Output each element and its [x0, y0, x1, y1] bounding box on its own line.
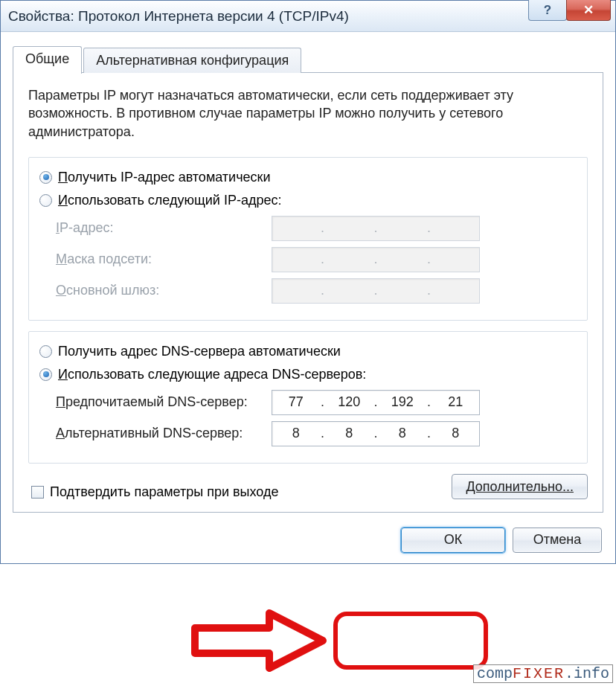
- intro-text: Параметры IP могут назначаться автоматич…: [28, 86, 588, 141]
- radio-ip-auto[interactable]: Получить IP-адрес автоматически: [39, 170, 577, 185]
- question-icon: ?: [544, 3, 551, 18]
- radio-icon: [39, 194, 52, 207]
- cancel-button[interactable]: Отмена: [513, 528, 602, 553]
- ip-group: Получить IP-адрес автоматически Использо…: [28, 157, 588, 321]
- properties-window: Свойства: Протокол Интернета версии 4 (T…: [0, 0, 616, 564]
- annotation-arrow-right-icon: [187, 607, 329, 674]
- gateway-row: Основной шлюз: ...: [56, 278, 577, 304]
- alternate-dns-input[interactable]: 8. 8. 8. 8: [272, 421, 480, 446]
- ip-address-row: IP-адрес: ...: [56, 216, 577, 241]
- ip-address-input: ...: [272, 216, 480, 241]
- tab-panel-general: Параметры IP могут назначаться автоматич…: [13, 72, 603, 513]
- confirm-on-exit-label: Подтвердить параметры при выходе: [50, 484, 278, 500]
- dialog-buttons: ОК Отмена: [13, 528, 603, 553]
- tab-general[interactable]: Общие: [13, 46, 82, 74]
- radio-icon: [39, 171, 52, 184]
- subnet-mask-input: ...: [272, 247, 480, 272]
- confirm-on-exit-row[interactable]: Подтвердить параметры при выходе: [31, 484, 278, 500]
- radio-icon: [39, 345, 52, 358]
- radio-dns-auto-label: Получить адрес DNS-сервера автоматически: [58, 344, 341, 359]
- gateway-input: ...: [272, 278, 480, 304]
- watermark: compFIXER.info: [473, 664, 613, 683]
- radio-ip-manual-label: Использовать следующий IP-адрес:: [58, 193, 281, 208]
- annotation-ok-highlight: [333, 612, 488, 670]
- radio-dns-manual-label: Использовать следующие адреса DNS-сервер…: [58, 367, 366, 382]
- radio-dns-manual[interactable]: Использовать следующие адреса DNS-сервер…: [39, 367, 577, 382]
- subnet-mask-row: Маска подсети: ...: [56, 247, 577, 272]
- alternate-dns-row: Альтернативный DNS-сервер: 8. 8. 8. 8: [56, 421, 577, 446]
- ok-button[interactable]: ОК: [401, 528, 505, 553]
- radio-ip-auto-label: Получить IP-адрес автоматически: [58, 170, 271, 185]
- checkbox-icon: [31, 486, 44, 499]
- client-area: Общие Альтернативная конфигурация Параме…: [1, 32, 615, 563]
- close-icon: ✕: [583, 2, 594, 18]
- advanced-button[interactable]: Дополнительно...: [452, 474, 588, 499]
- radio-dns-auto[interactable]: Получить адрес DNS-сервера автоматически: [39, 344, 577, 359]
- dns-group: Получить адрес DNS-сервера автоматически…: [28, 331, 588, 464]
- close-button[interactable]: ✕: [566, 0, 611, 21]
- tabs: Общие Альтернативная конфигурация: [13, 45, 603, 73]
- window-title: Свойства: Протокол Интернета версии 4 (T…: [8, 8, 615, 25]
- titlebar: Свойства: Протокол Интернета версии 4 (T…: [1, 1, 615, 32]
- tab-alternate-config[interactable]: Альтернативная конфигурация: [83, 48, 301, 73]
- preferred-dns-input[interactable]: 77. 120. 192. 21: [272, 390, 480, 415]
- footer-row: Подтвердить параметры при выходе Дополни…: [28, 474, 588, 500]
- help-button[interactable]: ?: [528, 0, 567, 21]
- radio-ip-manual[interactable]: Использовать следующий IP-адрес:: [39, 193, 577, 208]
- preferred-dns-row: Предпочитаемый DNS-сервер: 77. 120. 192.…: [56, 390, 577, 415]
- radio-icon: [39, 368, 52, 381]
